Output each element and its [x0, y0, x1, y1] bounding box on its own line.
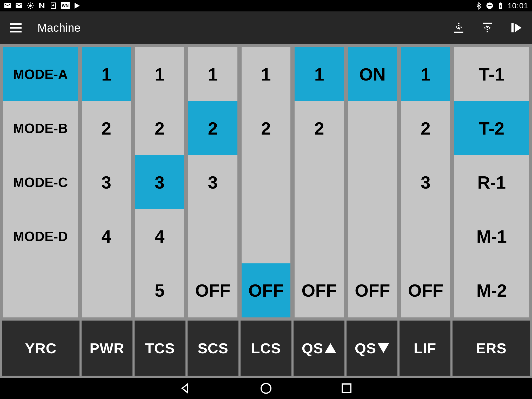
option-ers-2[interactable]: R-1	[454, 155, 529, 209]
option-ers-1[interactable]: T-2	[454, 101, 529, 155]
option-ers-0[interactable]: T-1	[454, 47, 529, 101]
download-button[interactable]	[452, 21, 466, 35]
column-qsd: ONOFF	[347, 46, 398, 318]
option-scs-0[interactable]: 1	[188, 47, 237, 101]
option-qsd-2	[348, 155, 397, 209]
option-pwr-1[interactable]: 2	[82, 101, 131, 155]
option-lif-0[interactable]: 1	[401, 47, 450, 101]
nav-back-button[interactable]	[179, 382, 192, 395]
option-pwr-4	[82, 263, 131, 317]
option-lcs-4[interactable]: OFF	[242, 263, 291, 317]
menu-button[interactable]	[9, 21, 22, 34]
option-qsu-0[interactable]: 1	[295, 47, 344, 101]
option-lcs-0[interactable]: 1	[242, 47, 291, 101]
mail-icon	[4, 2, 11, 10]
battery-icon	[497, 2, 504, 10]
option-lif-2[interactable]: 3	[401, 155, 450, 209]
app-title: Machine	[37, 21, 452, 34]
option-qsd-1	[348, 101, 397, 155]
option-tcs-1[interactable]: 2	[135, 101, 184, 155]
option-qsd-4[interactable]: OFF	[348, 263, 397, 317]
option-pwr-2[interactable]: 3	[82, 155, 131, 209]
status-time: 10:01	[508, 1, 528, 10]
option-tcs-4[interactable]: 5	[135, 263, 184, 317]
option-lcs-2	[242, 155, 291, 209]
option-qsu-4[interactable]: OFF	[295, 263, 344, 317]
nav-home-button[interactable]	[260, 382, 272, 395]
column-header-qsu[interactable]: QS	[294, 321, 344, 376]
column-header-lcs[interactable]: LCS	[241, 321, 291, 376]
android-nav-bar	[0, 378, 532, 399]
svg-point-4	[261, 383, 271, 393]
nav-recent-button[interactable]	[340, 382, 353, 395]
option-lif-1[interactable]: 2	[401, 101, 450, 155]
column-scs: 123OFF	[187, 46, 238, 318]
svg-rect-5	[342, 384, 351, 393]
option-qsu-3	[295, 209, 344, 263]
column-qsu: 12OFF	[294, 46, 345, 318]
option-lcs-1[interactable]: 2	[242, 101, 291, 155]
option-qsd-0[interactable]: ON	[348, 47, 397, 101]
option-lif-3	[401, 209, 450, 263]
svg-point-0	[29, 4, 32, 7]
option-yrc-2[interactable]: MODE-C	[3, 155, 78, 209]
option-qsu-1[interactable]: 2	[295, 101, 344, 155]
option-scs-3	[188, 209, 237, 263]
svg-rect-2	[488, 5, 491, 6]
option-yrc-4	[3, 263, 78, 317]
option-tcs-0[interactable]: 1	[135, 47, 184, 101]
settings-grid: MODE-AMODE-BMODE-CMODE-D123412345123OFF1…	[0, 44, 532, 378]
mail-icon	[15, 2, 23, 10]
play-button[interactable]	[509, 21, 523, 35]
option-tcs-3[interactable]: 4	[135, 209, 184, 263]
column-ers: T-1T-2R-1M-1M-2	[453, 46, 530, 318]
option-ers-3[interactable]: M-1	[454, 209, 529, 263]
option-lif-4[interactable]: OFF	[401, 263, 450, 317]
play-store-icon	[73, 2, 81, 10]
column-header-pwr[interactable]: PWR	[82, 321, 132, 376]
option-yrc-0[interactable]: MODE-A	[3, 47, 78, 101]
column-tcs: 12345	[134, 46, 185, 318]
download-icon	[49, 2, 57, 10]
option-yrc-1[interactable]: MODE-B	[3, 101, 78, 155]
option-tcs-2[interactable]: 3	[135, 155, 184, 209]
triangle-down-icon	[378, 343, 389, 353]
bluetooth-icon	[475, 2, 483, 10]
column-header-ers[interactable]: ERS	[453, 321, 530, 376]
column-yrc: MODE-AMODE-BMODE-CMODE-D	[2, 46, 79, 318]
option-ers-4[interactable]: M-2	[454, 263, 529, 317]
dnd-icon	[486, 2, 494, 10]
triangle-up-icon	[325, 343, 336, 353]
column-header-yrc[interactable]: YRC	[2, 321, 79, 376]
option-yrc-3[interactable]: MODE-D	[3, 209, 78, 263]
option-qsu-2	[295, 155, 344, 209]
column-lif: 123OFF	[400, 46, 451, 318]
brightness-icon	[26, 2, 34, 10]
option-scs-1[interactable]: 2	[188, 101, 237, 155]
option-scs-4[interactable]: OFF	[188, 263, 237, 317]
option-qsd-3	[348, 209, 397, 263]
column-pwr: 1234	[81, 46, 132, 318]
column-lcs: 12OFF	[241, 46, 292, 318]
app-n-icon	[38, 2, 46, 10]
option-scs-2[interactable]: 3	[188, 155, 237, 209]
column-header-scs[interactable]: SCS	[188, 321, 238, 376]
svg-rect-3	[511, 23, 514, 32]
wn-icon: WN	[61, 2, 70, 9]
column-header-tcs[interactable]: TCS	[135, 321, 185, 376]
android-status-bar: WN 10:01	[0, 0, 532, 11]
app-bar: Machine	[0, 11, 532, 44]
column-header-lif[interactable]: LIF	[400, 321, 450, 376]
option-pwr-0[interactable]: 1	[82, 47, 131, 101]
upload-button[interactable]	[481, 21, 494, 35]
option-lcs-3	[242, 209, 291, 263]
option-pwr-3[interactable]: 4	[82, 209, 131, 263]
column-header-qsd[interactable]: QS	[347, 321, 397, 376]
